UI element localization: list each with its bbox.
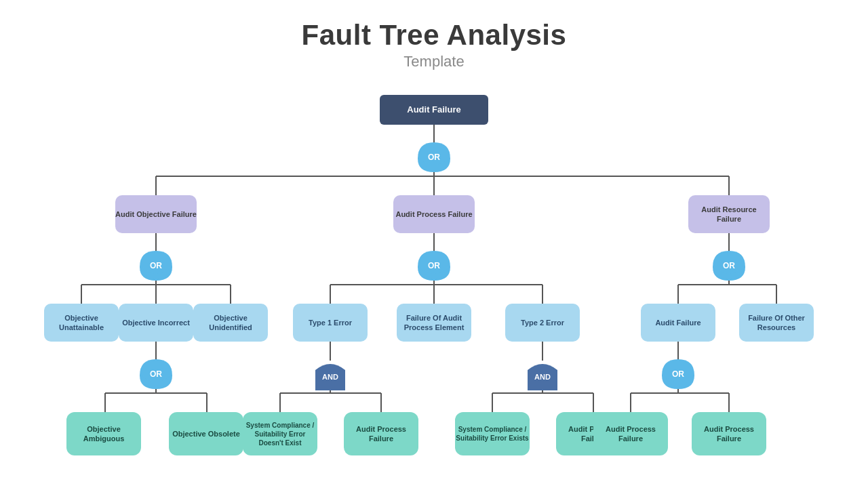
- node-obj-unattainable: Objective Unattainable: [44, 304, 119, 342]
- svg-text:OR: OR: [428, 152, 440, 162]
- node-audit-process-failure-l4-1: Audit Process Failure: [344, 412, 418, 455]
- node-root: Audit Failure: [380, 95, 488, 125]
- node-audit-process-failure-res1: Audit Process Failure: [593, 412, 668, 455]
- svg-text:OR: OR: [150, 261, 162, 270]
- gate-obj: OR: [138, 249, 174, 282]
- node-failure-audit-process-element: Failure Of Audit Process Element: [397, 304, 471, 342]
- node-audit-resource-failure: Audit Resource Failure: [688, 195, 770, 233]
- node-obj-incorrect: Objective Incorrect: [119, 304, 193, 342]
- page: Fault Tree Analysis Template: [0, 0, 868, 488]
- title-section: Fault Tree Analysis Template: [0, 0, 868, 70]
- node-obj-unidentified: Objective Unidentified: [193, 304, 268, 342]
- gate-obj2: OR: [138, 358, 174, 390]
- svg-text:AND: AND: [534, 373, 551, 381]
- gate-res: OR: [711, 249, 747, 282]
- svg-text:OR: OR: [428, 261, 440, 270]
- node-compliance-no-exist: System Compliance / Suitability Error Do…: [243, 412, 317, 455]
- subtitle: Template: [0, 53, 868, 70]
- gate-and1: AND: [313, 358, 348, 390]
- svg-text:OR: OR: [723, 261, 735, 270]
- tree-container: Audit Failure OR Audit Objective Failure…: [0, 95, 868, 488]
- gate-and2: AND: [525, 358, 560, 390]
- node-compliance-exists: System Compliance / Suitability Error Ex…: [455, 412, 530, 455]
- svg-text:AND: AND: [322, 373, 338, 381]
- gate-res2: OR: [660, 358, 696, 390]
- main-title: Fault Tree Analysis: [0, 19, 868, 52]
- node-audit-process-failure: Audit Process Failure: [393, 195, 475, 233]
- node-type1-error: Type 1 Error: [293, 304, 368, 342]
- node-failure-other-resources: Failure Of Other Resources: [739, 304, 814, 342]
- node-obj-obsolete: Objective Obsolete: [169, 412, 243, 455]
- node-audit-process-failure-res2: Audit Process Failure: [692, 412, 766, 455]
- node-audit-objective-failure: Audit Objective Failure: [115, 195, 197, 233]
- svg-text:OR: OR: [672, 369, 684, 379]
- node-audit-failure-res: Audit Failure: [641, 304, 715, 342]
- node-type2-error: Type 2 Error: [505, 304, 580, 342]
- svg-text:OR: OR: [150, 369, 162, 379]
- node-obj-ambiguous: Objective Ambiguous: [66, 412, 141, 455]
- gate-root: OR: [416, 141, 452, 174]
- gate-proc: OR: [416, 249, 452, 282]
